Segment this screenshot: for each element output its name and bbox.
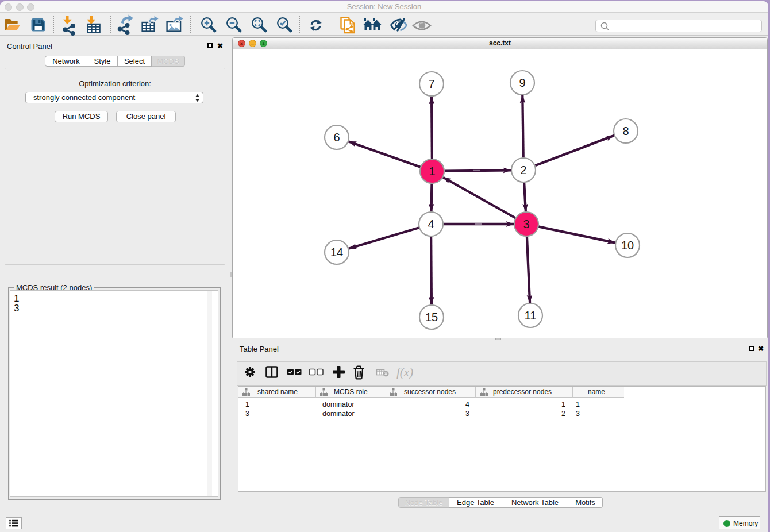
svg-text:6: 6 xyxy=(333,131,340,144)
svg-text:f(x): f(x) xyxy=(396,365,413,379)
svg-text:8: 8 xyxy=(622,125,629,137)
svg-text:4: 4 xyxy=(428,218,434,230)
svg-text:14: 14 xyxy=(330,246,343,259)
svg-text:2: 2 xyxy=(520,164,526,176)
svg-text:9: 9 xyxy=(519,76,525,89)
svg-text:11: 11 xyxy=(525,309,537,322)
svg-text:3: 3 xyxy=(523,218,529,230)
svg-text:15: 15 xyxy=(425,311,438,323)
svg-text:7: 7 xyxy=(428,78,434,90)
svg-text:10: 10 xyxy=(621,239,634,252)
svg-text:1: 1 xyxy=(429,165,435,178)
